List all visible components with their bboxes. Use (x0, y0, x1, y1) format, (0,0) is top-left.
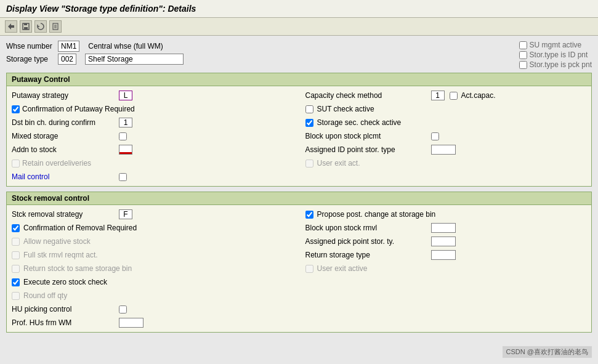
return-stock-label: Return stock to same storage bin (23, 264, 132, 273)
block-stock-rmvl-value (431, 223, 456, 233)
stck-removal-strategy-label: Stck removal strategy (12, 210, 116, 219)
svg-rect-1 (24, 27, 28, 30)
putaway-strategy-value: L (119, 91, 132, 100)
stor-id-label: Stor.type is ID pnt (530, 51, 588, 59)
block-stock-rmvl-label: Block upon stock rmvl (305, 224, 429, 232)
stock-removal-section-content: Stck removal strategy F Confirmation of … (7, 205, 591, 332)
round-off-checkbox[interactable] (12, 292, 20, 300)
full-stk-rmvl-row: Full stk rmvl reqmt act. (12, 249, 293, 261)
mixed-storage-row: Mixed storage (12, 131, 293, 142)
allow-negative-checkbox[interactable] (12, 238, 20, 246)
act-capac-checkbox[interactable] (450, 92, 458, 100)
putaway-left-col: Putaway strategy L Confirmation of Putaw… (12, 90, 293, 182)
header-checkboxes: SU mgmt active Stor.type is ID pnt Stor.… (519, 41, 592, 69)
block-stock-plcmt-checkbox[interactable] (431, 132, 439, 140)
mixed-storage-label: Mixed storage (12, 132, 116, 140)
storage-type-label: Storage type (6, 55, 55, 63)
capacity-check-value: 1 (431, 91, 445, 100)
su-mgmt-checkbox[interactable] (519, 41, 527, 49)
dst-bin-label: Dst bin ch. during confirm (12, 118, 116, 127)
putaway-strategy-row: Putaway strategy L (12, 90, 293, 101)
central-whse-label: Central whse (full WM) (88, 42, 163, 51)
content-area: Whse number NM1 Central whse (full WM) S… (0, 36, 598, 364)
putaway-control-section: Putaway Control Putaway strategy L Confi… (6, 73, 592, 187)
dst-bin-value: 1 (119, 118, 132, 127)
capacity-check-row: Capacity check method 1 Act.capac. (305, 90, 587, 101)
stck-removal-strategy-row: Stck removal strategy F (12, 209, 293, 220)
storage-type-value: 002 (58, 54, 76, 65)
hu-picking-row: HU picking control (12, 304, 293, 315)
assigned-pick-value (431, 237, 456, 246)
retain-overdeliveries-checkbox[interactable] (12, 160, 20, 168)
execute-zero-label: Execute zero stock check (23, 278, 107, 286)
full-stk-rmvl-checkbox[interactable] (12, 251, 20, 259)
sut-check-checkbox[interactable] (305, 105, 313, 113)
putaway-section-header: Putaway Control (7, 73, 591, 86)
whse-number-label: Whse number (6, 42, 55, 51)
mixed-storage-checkbox[interactable] (119, 132, 127, 140)
mail-control-checkbox[interactable] (119, 173, 127, 181)
hu-picking-label: HU picking control (12, 305, 116, 313)
stock-removal-section-title: Stock removal control (12, 194, 89, 203)
assigned-pick-row: Assigned pick point stor. ty. (305, 236, 587, 247)
dst-bin-row: Dst bin ch. during confirm 1 (12, 117, 293, 128)
user-exit-act-row: User exit act. (305, 158, 587, 169)
block-stock-plcmt-row: Block upon stock plcmt (305, 131, 587, 142)
mail-control-label: Mail control (12, 172, 116, 181)
propose-post-row: Propose post. change at storage bin (305, 209, 587, 220)
confirmation-removal-row: Confirmation of Removal Required (12, 222, 293, 233)
assigned-pick-label: Assigned pick point stor. ty. (305, 237, 429, 246)
user-exit-act-checkbox[interactable] (305, 160, 313, 168)
return-stock-row: Return stock to same storage bin (12, 263, 293, 274)
stor-pck-row: Stor.type is pck pnt (519, 60, 592, 69)
stor-pck-checkbox[interactable] (519, 61, 527, 69)
storage-sec-checkbox[interactable] (305, 119, 313, 127)
propose-post-label: Propose post. change at storage bin (317, 210, 436, 219)
prof-hus-label: Prof. HUs frm WM (12, 318, 116, 327)
confirmation-putaway-label: Confirmation of Putaway Required (22, 105, 135, 113)
storage-type-row: Storage type 002 Shelf Storage (6, 54, 184, 65)
toolbar-icon-4[interactable] (49, 20, 62, 33)
block-stock-plcmt-label: Block upon stock plcmt (305, 132, 429, 140)
allow-negative-label: Allow negative stock (23, 237, 91, 246)
prof-hus-value (119, 318, 143, 328)
svg-rect-2 (24, 23, 27, 25)
stor-id-checkbox[interactable] (519, 51, 527, 59)
hu-picking-checkbox[interactable] (119, 305, 127, 313)
return-storage-row: Return storage type (305, 249, 587, 261)
confirmation-putaway-row: Confirmation of Putaway Required (12, 103, 293, 115)
sut-check-label: SUT check active (317, 105, 374, 113)
removal-right-col: Propose post. change at storage bin Bloc… (305, 209, 587, 328)
user-exit-active-checkbox[interactable] (305, 265, 313, 273)
round-off-row: Round off qty (12, 290, 293, 301)
stock-removal-section: Stock removal control Stck removal strat… (6, 192, 592, 333)
user-exit-act-label: User exit act. (317, 159, 360, 168)
block-stock-rmvl-row: Block upon stock rmvl (305, 222, 587, 233)
confirmation-removal-checkbox[interactable] (12, 224, 20, 232)
return-storage-value (431, 250, 456, 260)
confirmation-putaway-checkbox[interactable] (12, 105, 20, 113)
stck-removal-strategy-value: F (119, 209, 132, 219)
storage-sec-label: Storage sec. check active (317, 118, 402, 127)
user-exit-active-row: User exit active (305, 263, 587, 274)
retain-overdeliveries-label: Retain overdeliveries (22, 159, 91, 168)
page-title: Display View "Storage type definition": … (6, 4, 196, 14)
putaway-section-content: Putaway strategy L Confirmation of Putaw… (7, 86, 591, 186)
toolbar-icon-1[interactable] (5, 20, 17, 33)
putaway-right-col: Capacity check method 1 Act.capac. SUT c… (305, 90, 587, 182)
confirmation-removal-label: Confirmation of Removal Required (23, 224, 137, 232)
toolbar-icon-2[interactable] (20, 20, 32, 33)
putaway-strategy-label: Putaway strategy (12, 91, 116, 100)
putaway-section-title: Putaway Control (12, 75, 70, 84)
toolbar (0, 18, 598, 36)
addn-stock-row: Addn to stock (12, 144, 293, 155)
return-stock-checkbox[interactable] (12, 265, 20, 273)
toolbar-icon-3[interactable] (34, 20, 47, 33)
mail-control-row: Mail control (12, 171, 293, 182)
assigned-id-value (431, 145, 456, 155)
prof-hus-row: Prof. HUs frm WM (12, 317, 293, 328)
allow-negative-row: Allow negative stock (12, 236, 293, 247)
execute-zero-checkbox[interactable] (12, 278, 20, 286)
propose-post-checkbox[interactable] (305, 211, 313, 219)
removal-left-col: Stck removal strategy F Confirmation of … (12, 209, 293, 328)
